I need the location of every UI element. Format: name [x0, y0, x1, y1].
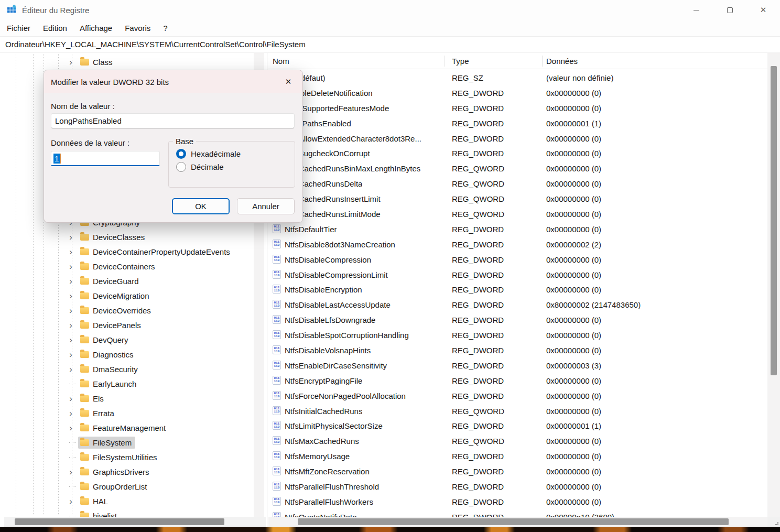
menu-item-affichage[interactable]: Affichage [73, 21, 118, 35]
tree-item-deviceclasses[interactable]: ›DeviceClasses [4, 230, 254, 244]
list-vertical-scrollbar-thumb[interactable] [771, 66, 777, 375]
value-data: 0x00000000 (0) [546, 479, 601, 494]
tree-item-earlylaunch[interactable]: EarlyLaunch [4, 376, 254, 391]
reg-binary-glyph: 110 [274, 441, 280, 444]
chevron-right-icon[interactable]: › [66, 497, 75, 506]
tree-item-devquery[interactable]: ›DevQuery [4, 332, 254, 347]
value-row-longpathsenabled[interactable]: 011110LongPathsEnabledREG_DWORD0x0000000… [268, 116, 767, 131]
value-row-ntfscachedrunslimitmode[interactable]: 011110NtfsCachedRunsLimitModeREG_QWORD0x… [268, 207, 767, 222]
value-row-ntfsinitialcachedruns[interactable]: 011110NtfsInitialCachedRunsREG_QWORD0x00… [268, 404, 767, 419]
tree-connector [69, 457, 75, 458]
value-row-ntfsenabledircasesensitivity[interactable]: 011110NtfsEnableDirCaseSensitivityREG_DW… [268, 358, 767, 373]
cancel-button[interactable]: Annuler [237, 198, 295, 214]
chevron-right-icon[interactable]: › [66, 262, 75, 271]
dialog-close-button[interactable]: ✕ [280, 75, 296, 89]
tree-item-graphicsdrivers[interactable]: ›GraphicsDrivers [4, 464, 254, 479]
chevron-right-icon[interactable]: › [66, 233, 75, 242]
menu-item-fichier[interactable]: Fichier [6, 21, 37, 35]
tree-item-class[interactable]: ›Class [4, 55, 254, 69]
column-separator[interactable] [445, 56, 445, 67]
menu-item-edition[interactable]: Edition [37, 21, 73, 35]
chevron-right-icon[interactable]: › [66, 394, 75, 403]
menu-item-item[interactable]: ? [157, 21, 174, 35]
value-row-ntfsencryptpagingfile[interactable]: 011110NtfsEncryptPagingFileREG_DWORD0x00… [268, 373, 767, 388]
value-row-filtersupportedfeaturesmode[interactable]: 011110FilterSupportedFeaturesModeREG_DWO… [268, 101, 767, 116]
column-header-data[interactable]: Données [546, 53, 578, 69]
close-button[interactable]: ✕ [746, 0, 780, 20]
value-row-ntfscachedrunsbinmaxlengthinbytes[interactable]: 011110NtfsCachedRunsBinMaxLengthInBytesR… [268, 161, 767, 176]
chevron-right-icon[interactable]: › [66, 350, 75, 359]
list-horizontal-scrollbar[interactable] [268, 517, 767, 527]
value-row-ntfsbugcheckoncorrupt[interactable]: 011110NtfsBugcheckOnCorruptREG_DWORD0x00… [268, 146, 767, 161]
value-row-ntfsparallelflushworkers[interactable]: 011110NtfsParallelFlushWorkersREG_DWORD0… [268, 494, 767, 509]
tree-item-featuremanagement[interactable]: ›FeatureManagement [4, 420, 254, 435]
tree-item-deviceoverrides[interactable]: ›DeviceOverrides [4, 303, 254, 318]
value-row-ntfsdisablevolsnaphints[interactable]: 011110NtfsDisableVolsnapHintsREG_DWORD0x… [268, 343, 767, 358]
column-header-type[interactable]: Type [452, 53, 469, 69]
value-row-disabledeletenotification[interactable]: 011110DisableDeleteNotificationREG_DWORD… [268, 85, 767, 101]
value-row-ntfscachedrunsinsertlimit[interactable]: 011110NtfsCachedRunsInsertLimitREG_QWORD… [268, 191, 767, 207]
value-row-ntfsallowextendedcharacter8dot3re[interactable]: 011110NtfsAllowExtendedCharacter8dot3Re.… [268, 131, 767, 146]
chevron-right-icon[interactable]: › [66, 365, 75, 374]
registry-editor-window: Éditeur du Registre ✕ FichierEditionAffi… [0, 0, 780, 532]
value-row-ntfsmaxcachedruns[interactable]: 011110NtfsMaxCachedRunsREG_QWORD0x000000… [268, 433, 767, 449]
list-horizontal-scrollbar-thumb[interactable] [298, 518, 729, 525]
reg-binary-glyph: 110 [274, 471, 280, 474]
tree-item-deviceguard[interactable]: ›DeviceGuard [4, 274, 254, 288]
tree-horizontal-scrollbar[interactable] [4, 517, 266, 527]
tree-item-devicemigration[interactable]: ›DeviceMigration [4, 288, 254, 303]
value-row-ntfsmemoryusage[interactable]: 011110NtfsMemoryUsageREG_DWORD0x00000000… [268, 449, 767, 464]
chevron-right-icon[interactable]: › [66, 468, 75, 476]
tree-item-devicecontainers[interactable]: ›DeviceContainers [4, 259, 254, 274]
tree-item-filesystemutilities[interactable]: FileSystemUtilities [4, 450, 254, 464]
value-row-ntfslimitphysicalsectorsize[interactable]: 011110NtfsLimitPhysicalSectorSizeREG_DWO… [268, 418, 767, 433]
maximize-button[interactable] [713, 0, 746, 20]
address-bar[interactable]: Ordinateur\HKEY_LOCAL_MACHINE\SYSTEM\Cur… [0, 36, 780, 52]
list-vertical-scrollbar[interactable] [767, 53, 780, 517]
value-row-ntfsquotanotifyrate[interactable]: 011110NtfsQuotaNotifyRateREG_DWORD0x0000… [268, 509, 767, 517]
chevron-right-icon[interactable]: › [66, 424, 75, 432]
chevron-right-icon[interactable]: › [66, 409, 75, 418]
value-row-ntfsparallelflushthreshold[interactable]: 011110NtfsParallelFlushThresholdREG_DWOR… [268, 479, 767, 494]
value-row-ntfsdefaulttier[interactable]: 011110NtfsDefaultTierREG_DWORD0x00000000… [268, 222, 767, 237]
value-row-ntfsdisablecompression[interactable]: 011110NtfsDisableCompressionREG_DWORD0x0… [268, 252, 767, 267]
value-row-ntfsdisablecompressionlimit[interactable]: 011110NtfsDisableCompressionLimitREG_DWO… [268, 267, 767, 283]
value-row-ntfsforcenonpagedpoolallocation[interactable]: 011110NtfsForceNonPagedPoolAllocationREG… [268, 388, 767, 404]
tree-item-devicepanels[interactable]: ›DevicePanels [4, 318, 254, 332]
value-row-ntfsdisablelfsdowngrade[interactable]: 011110NtfsDisableLfsDowngradeREG_DWORD0x… [268, 312, 767, 328]
tree-item-grouporderlist[interactable]: GroupOrderList [4, 479, 254, 494]
value-row-ntfsmftzonereservation[interactable]: 011110NtfsMftZoneReservationREG_DWORD0x0… [268, 464, 767, 479]
radio-decimal[interactable]: Décimale [176, 162, 295, 172]
chevron-right-icon[interactable]: › [66, 335, 75, 344]
column-separator[interactable] [542, 56, 543, 67]
chevron-right-icon[interactable]: › [66, 291, 75, 300]
tree-horizontal-scrollbar-thumb[interactable] [15, 518, 224, 525]
value-row-par-d-faut[interactable]: ab(par défaut)REG_SZ(valeur non définie) [268, 70, 767, 85]
chevron-right-icon[interactable]: › [66, 58, 75, 67]
chevron-right-icon[interactable]: › [66, 247, 75, 256]
tree-item-dmasecurity[interactable]: ›DmaSecurity [4, 362, 254, 376]
chevron-right-icon[interactable]: › [66, 306, 75, 315]
resize-grip[interactable] [773, 520, 778, 525]
chevron-right-icon[interactable]: › [66, 321, 75, 330]
tree-item-devicecontainerpropertyupdateevents[interactable]: ›DeviceContainerPropertyUpdateEvents [4, 244, 254, 259]
value-row-ntfsdisablelastaccessupdate[interactable]: 011110NtfsDisableLastAccessUpdateREG_DWO… [268, 297, 767, 312]
menu-item-favoris[interactable]: Favoris [118, 21, 157, 35]
tree-item-errata[interactable]: ›Errata [4, 406, 254, 420]
tree-item-filesystem[interactable]: FileSystem [4, 435, 254, 450]
value-row-ntfsdisablespotcorruptionhandling[interactable]: 011110NtfsDisableSpotCorruptionHandlingR… [268, 328, 767, 343]
value-name-field[interactable]: LongPathsEnabled [51, 113, 295, 128]
chevron-right-icon[interactable]: › [66, 277, 75, 286]
tree-item-hal[interactable]: ›HAL [4, 494, 254, 508]
value-name: NtfsDisableVolsnapHints [285, 343, 371, 358]
value-data-field[interactable]: 1 [51, 151, 160, 166]
minimize-button[interactable] [679, 0, 713, 20]
value-row-ntfsdisable8dot3namecreation[interactable]: 011110NtfsDisable8dot3NameCreationREG_DW… [268, 237, 767, 252]
radio-hexadecimal[interactable]: Hexadécimale [176, 149, 295, 159]
tree-item-els[interactable]: ›Els [4, 391, 254, 406]
tree-item-diagnostics[interactable]: ›Diagnostics [4, 347, 254, 362]
value-row-ntfscachedrunsdelta[interactable]: 011110NtfsCachedRunsDeltaREG_QWORD0x0000… [268, 176, 767, 191]
column-header-name[interactable]: Nom [273, 53, 289, 69]
value-row-ntfsdisableencryption[interactable]: 011110NtfsDisableEncryptionREG_DWORD0x00… [268, 282, 767, 297]
ok-button[interactable]: OK [172, 198, 230, 214]
